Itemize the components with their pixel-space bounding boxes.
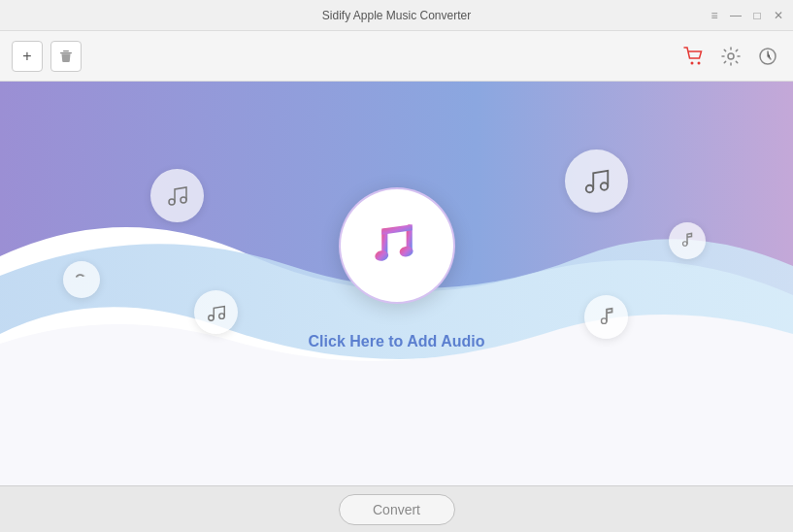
delete-button[interactable] bbox=[50, 41, 82, 72]
close-btn[interactable]: ✕ bbox=[772, 9, 785, 22]
add-button[interactable]: + bbox=[12, 41, 43, 72]
svg-point-2 bbox=[691, 61, 694, 64]
svg-point-4 bbox=[728, 53, 734, 59]
music-icon-circle[interactable] bbox=[339, 187, 455, 304]
apple-music-logo bbox=[363, 212, 431, 280]
window-controls: ≡ — □ ✕ bbox=[708, 9, 785, 22]
center-area[interactable]: Click Here to Add Audio bbox=[0, 82, 793, 485]
svg-rect-1 bbox=[63, 50, 69, 51]
title-bar: Sidify Apple Music Converter ≡ — □ ✕ bbox=[0, 0, 793, 31]
history-button[interactable] bbox=[754, 43, 781, 70]
window-title: Sidify Apple Music Converter bbox=[322, 9, 471, 22]
toolbar: + bbox=[0, 31, 793, 82]
gear-icon bbox=[721, 47, 741, 66]
add-audio-text[interactable]: Click Here to Add Audio bbox=[309, 333, 485, 350]
bottom-bar: Convert bbox=[0, 485, 793, 532]
settings-button[interactable] bbox=[717, 43, 744, 70]
toolbar-left: + bbox=[12, 41, 82, 72]
svg-point-3 bbox=[698, 61, 701, 64]
history-icon bbox=[758, 47, 777, 66]
toolbar-right bbox=[680, 43, 781, 70]
music-icon-container[interactable] bbox=[339, 187, 455, 304]
main-content[interactable]: Click Here to Add Audio bbox=[0, 82, 793, 485]
minimize-btn[interactable]: — bbox=[729, 9, 743, 22]
cart-icon bbox=[683, 47, 705, 66]
cart-button[interactable] bbox=[680, 43, 708, 70]
convert-button[interactable]: Convert bbox=[339, 494, 455, 525]
menu-btn[interactable]: ≡ bbox=[708, 9, 721, 22]
maximize-btn[interactable]: □ bbox=[750, 9, 764, 22]
svg-rect-0 bbox=[60, 52, 72, 53]
trash-icon bbox=[58, 49, 74, 64]
